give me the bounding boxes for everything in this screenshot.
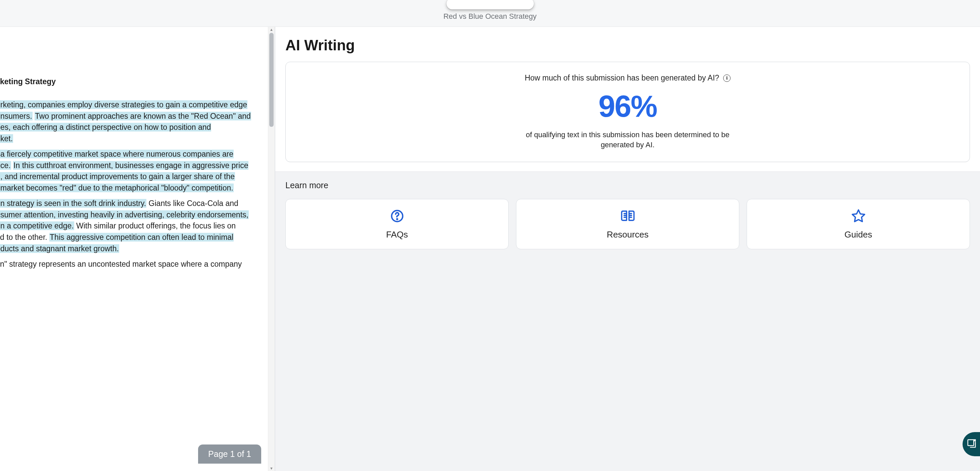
highlighted-text: This aggressive competition can often le… (49, 233, 234, 241)
plain-text: n" strategy represents an uncontested ma… (0, 260, 242, 268)
resource-card-label: FAQs (386, 230, 408, 240)
document-line: nsumers. Two prominent approaches are kn… (0, 111, 264, 122)
main-layout: keting Strategy rketing, companies emplo… (0, 27, 980, 471)
svg-rect-9 (968, 440, 974, 446)
highlighted-text: n a competitive edge. (0, 221, 74, 230)
highlighted-text: Two prominent approaches are known as th… (35, 112, 251, 121)
ai-percent-value: 96% (296, 89, 959, 124)
doc-title: Red vs Blue Ocean Strategy (444, 12, 537, 21)
doc-title-pill (447, 0, 534, 10)
resource-card-guides[interactable]: Guides (747, 199, 970, 249)
scroll-thumb[interactable] (269, 33, 274, 127)
ai-panel-title: AI Writing (285, 37, 970, 54)
document-line: market becomes "red" due to the metaphor… (0, 183, 264, 193)
page-indicator: Page 1 of 1 (198, 444, 261, 464)
document-line: ce. In this cutthroat environment, busin… (0, 160, 264, 171)
plain-text: With similar product offerings, the focu… (74, 221, 236, 230)
scroll-up-arrow-icon[interactable]: ▲ (270, 27, 273, 32)
document-line: ducts and stagnant market growth. (0, 244, 264, 254)
document-line: n" strategy represents an uncontested ma… (0, 259, 264, 270)
ai-writing-panel: AI Writing How much of this submission h… (275, 27, 980, 471)
learn-more-section: Learn more FAQsResourcesGuides (275, 171, 980, 471)
document-line: , and incremental product improvements t… (0, 171, 264, 182)
resource-card-label: Resources (607, 230, 648, 240)
highlighted-text: es, each offering a distinct perspective… (0, 123, 211, 132)
document-line: sumer attention, investing heavily in ad… (0, 210, 264, 220)
document-line: d to the other. This aggressive competit… (0, 232, 264, 243)
ai-question-row: How much of this submission has been gen… (296, 73, 959, 82)
info-icon[interactable]: i (723, 75, 730, 82)
highlighted-text: market becomes "red" due to the metaphor… (0, 184, 234, 192)
ai-percent-description: of qualifying text in this submission ha… (520, 130, 735, 150)
document-line: a fiercely competitive market space wher… (0, 149, 264, 160)
document-pane: keting Strategy rketing, companies emplo… (0, 27, 275, 471)
highlighted-text: ce. (0, 161, 11, 170)
ai-score-card: How much of this submission has been gen… (285, 62, 970, 162)
document-line: n strategy is seen in the soft drink ind… (0, 198, 264, 209)
svg-marker-8 (852, 210, 864, 222)
resource-card-resources[interactable]: Resources (516, 199, 739, 249)
plain-text: Giants like Coca-Cola and (146, 199, 239, 208)
document-line: n a competitive edge. With similar produ… (0, 221, 264, 232)
svg-point-1 (396, 219, 397, 219)
document-scrollbar[interactable]: ▲ ▼ (268, 27, 275, 471)
highlighted-text: rketing, companies employ diverse strate… (0, 100, 247, 109)
highlighted-text: , and incremental product improvements t… (0, 172, 235, 181)
document-line: ket. (0, 133, 264, 144)
highlighted-text: ket. (0, 134, 13, 143)
document-body: rketing, companies employ diverse strate… (0, 100, 264, 270)
resource-cards-row: FAQsResourcesGuides (285, 199, 970, 249)
book-open-icon (620, 209, 635, 224)
header-bar: Red vs Blue Ocean Strategy (0, 0, 980, 27)
highlighted-text: In this cutthroat environment, businesse… (13, 161, 248, 170)
highlighted-text: a fiercely competitive market space wher… (0, 150, 234, 159)
document-heading: keting Strategy (0, 77, 264, 86)
star-icon (851, 209, 866, 224)
resource-card-faqs[interactable]: FAQs (285, 199, 509, 249)
scroll-down-arrow-icon[interactable]: ▼ (270, 466, 273, 471)
learn-more-label: Learn more (285, 181, 970, 190)
document-scroll-area[interactable]: keting Strategy rketing, companies emplo… (0, 27, 275, 471)
highlighted-text: n strategy is seen in the soft drink ind… (0, 199, 146, 208)
highlighted-text: ducts and stagnant market growth. (0, 244, 119, 253)
document-line: rketing, companies employ diverse strate… (0, 100, 264, 110)
resource-card-label: Guides (844, 230, 872, 240)
highlighted-text: nsumers. (0, 112, 33, 121)
highlighted-text: sumer attention, investing heavily in ad… (0, 210, 249, 219)
help-circle-icon (390, 209, 404, 224)
popout-icon (967, 438, 977, 450)
scroll-track[interactable] (268, 32, 275, 466)
ai-question-text: How much of this submission has been gen… (525, 73, 719, 82)
document-line: es, each offering a distinct perspective… (0, 122, 264, 133)
plain-text: d to the other. (0, 233, 49, 241)
